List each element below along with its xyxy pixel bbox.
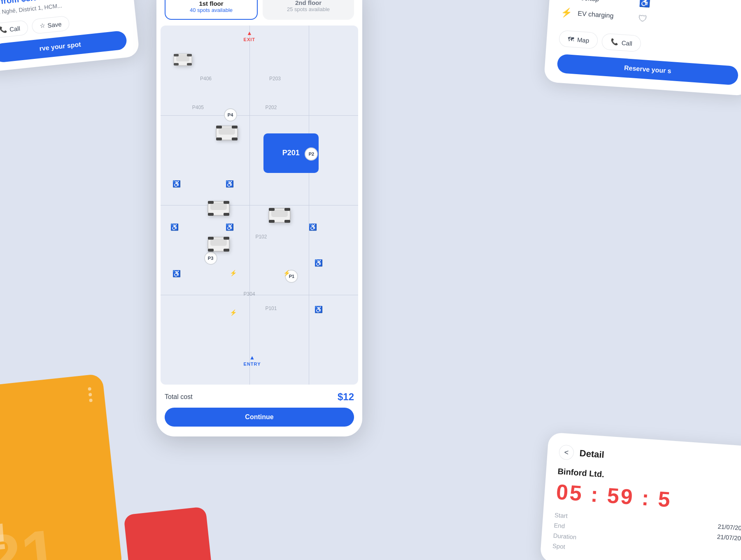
svg-rect-11 bbox=[232, 126, 238, 128]
spot-p201-label: P201 bbox=[282, 149, 300, 157]
floor-1-label: 1st floor bbox=[170, 0, 253, 7]
map-icon: 🗺 bbox=[568, 35, 574, 43]
duration-label: Duration bbox=[553, 532, 577, 541]
company-name: Binford Ltd. bbox=[557, 467, 605, 479]
spot-p406: P406 bbox=[200, 76, 212, 82]
cost-row: Total cost $12 bbox=[165, 391, 354, 403]
svg-rect-27 bbox=[284, 220, 290, 223]
disabled-icon-6: ♿ bbox=[309, 223, 317, 231]
continue-button[interactable]: Continue bbox=[165, 408, 354, 427]
call-button[interactable]: 📞 Call bbox=[0, 20, 28, 38]
phone-footer: Total cost $12 Continue bbox=[156, 385, 362, 436]
svg-rect-26 bbox=[269, 220, 275, 223]
spot-p202: P202 bbox=[265, 105, 277, 110]
spot-circle-p4[interactable]: P4 bbox=[224, 108, 237, 121]
end-value: 21/07/202 bbox=[717, 533, 741, 542]
car-parked-1 bbox=[170, 51, 195, 67]
svg-rect-9 bbox=[232, 138, 238, 140]
spot-p405: P405 bbox=[192, 105, 204, 110]
ev-icon-1: ⚡ bbox=[230, 270, 237, 276]
detail-title: Detail bbox=[579, 448, 605, 460]
action-buttons: 🗺 Map 📞 Call bbox=[559, 30, 741, 59]
disabled-icon-4: ♿ bbox=[226, 180, 234, 188]
spot-p304: P304 bbox=[244, 291, 255, 297]
spot-p203: P203 bbox=[269, 76, 281, 82]
car-parked-3 bbox=[204, 198, 233, 218]
car-parked-2 bbox=[212, 122, 242, 143]
ev-label: EV charging bbox=[578, 10, 614, 20]
svg-rect-5 bbox=[187, 54, 192, 56]
grid-line bbox=[161, 115, 358, 116]
svg-rect-20 bbox=[208, 249, 214, 252]
svg-rect-14 bbox=[208, 213, 214, 216]
dot-3 bbox=[89, 399, 93, 402]
end-label: End bbox=[554, 522, 565, 530]
grid-line bbox=[309, 26, 309, 385]
svg-rect-3 bbox=[187, 63, 192, 65]
floor-2-spots: 25 spots available bbox=[267, 6, 350, 12]
total-cost-value: $12 bbox=[338, 391, 354, 403]
amenities-card: Amenities ☂ Rooftop ⚡ EV charging ♿ 🛡 🗺 … bbox=[544, 0, 741, 96]
rooftop-label: Rooftop bbox=[576, 0, 599, 3]
svg-rect-10 bbox=[216, 126, 222, 128]
back-button[interactable]: < bbox=[559, 444, 574, 460]
spot-label: Spot bbox=[552, 542, 565, 550]
star-icon: ☆ bbox=[39, 22, 45, 30]
yellow-decorative-card: 21 ! bbox=[0, 373, 123, 560]
floor-tab-2nd[interactable]: 2nd floor 25 spots available bbox=[263, 0, 354, 20]
center-phone-card: 1st floor 40 spots available 2nd floor 2… bbox=[156, 0, 362, 436]
disabled-icon-1: ♿ bbox=[172, 180, 181, 188]
floor-tabs: 1st floor 40 spots available 2nd floor 2… bbox=[156, 0, 362, 26]
dot-decoration bbox=[88, 387, 93, 402]
floor-2-label: 2nd floor bbox=[267, 0, 350, 6]
call-icon: 📞 bbox=[0, 26, 7, 34]
dot-2 bbox=[89, 393, 92, 397]
grid-line bbox=[161, 205, 358, 205]
disabled-icon-8: ♿ bbox=[315, 306, 323, 313]
disabled-icon-5: ♿ bbox=[226, 223, 234, 231]
svg-rect-2 bbox=[174, 63, 179, 65]
map-button[interactable]: 🗺 Map bbox=[559, 30, 599, 49]
disabled-icon-2: ♿ bbox=[170, 223, 179, 231]
svg-rect-22 bbox=[208, 237, 214, 240]
spot-circle-p3[interactable]: P3 bbox=[204, 252, 217, 265]
svg-rect-15 bbox=[224, 213, 229, 216]
detail-card: < Detail Binford Ltd. V 05 : 59 : 5 Star… bbox=[540, 432, 741, 560]
svg-rect-23 bbox=[224, 237, 229, 240]
amenities-col-right: ♿ 🛡 bbox=[638, 0, 651, 29]
wheelchair-icon: ♿ bbox=[639, 0, 651, 8]
car-parked-4 bbox=[204, 234, 233, 254]
total-cost-label: Total cost bbox=[165, 393, 193, 401]
entry-sign: ▲ ENTRY bbox=[244, 354, 261, 366]
amenity-rooftop: ☂ Rooftop bbox=[562, 0, 615, 6]
disabled-icon-3: ♿ bbox=[172, 270, 181, 278]
svg-rect-28 bbox=[269, 208, 275, 211]
red-decorative-strip bbox=[124, 506, 214, 560]
svg-rect-21 bbox=[224, 249, 229, 252]
svg-rect-4 bbox=[174, 54, 179, 56]
call-button-right[interactable]: 📞 Call bbox=[601, 33, 641, 52]
dot-1 bbox=[88, 387, 91, 391]
left-info-card: 📍 from $8.00 Bến Nghé, District 1, HCM..… bbox=[0, 0, 140, 72]
svg-rect-8 bbox=[216, 138, 222, 140]
save-button[interactable]: ☆ Save bbox=[31, 16, 70, 34]
start-label: Start bbox=[555, 511, 568, 519]
call-icon-right: 📞 bbox=[610, 38, 618, 46]
disabled-icon-7: ♿ bbox=[315, 259, 323, 267]
amenities-list: ☂ Rooftop ⚡ EV charging ♿ 🛡 bbox=[560, 0, 741, 35]
shield-icon: 🛡 bbox=[638, 13, 650, 25]
car-parked-5 bbox=[265, 205, 294, 225]
reserve-your-spot-button[interactable]: Reserve your s bbox=[557, 54, 739, 86]
grid-line bbox=[249, 26, 250, 385]
grid-line bbox=[161, 295, 358, 295]
spot-p102: P102 bbox=[255, 234, 267, 240]
ev-charging-icon: ⚡ bbox=[561, 7, 573, 19]
start-value: 21/07/202 bbox=[718, 523, 741, 532]
exit-sign: ▲ EXIT bbox=[244, 30, 255, 42]
spot-p101: P101 bbox=[265, 306, 277, 311]
parking-grid: ▲ EXIT P406 P405 P203 P202 P201 P4 P3 P2… bbox=[161, 26, 358, 385]
ev-icon-2: ⚡ bbox=[230, 309, 237, 316]
floor-tab-1st[interactable]: 1st floor 40 spots available bbox=[165, 0, 258, 20]
ev-icon-3: ⚡ bbox=[283, 270, 290, 276]
svg-rect-17 bbox=[224, 201, 229, 204]
